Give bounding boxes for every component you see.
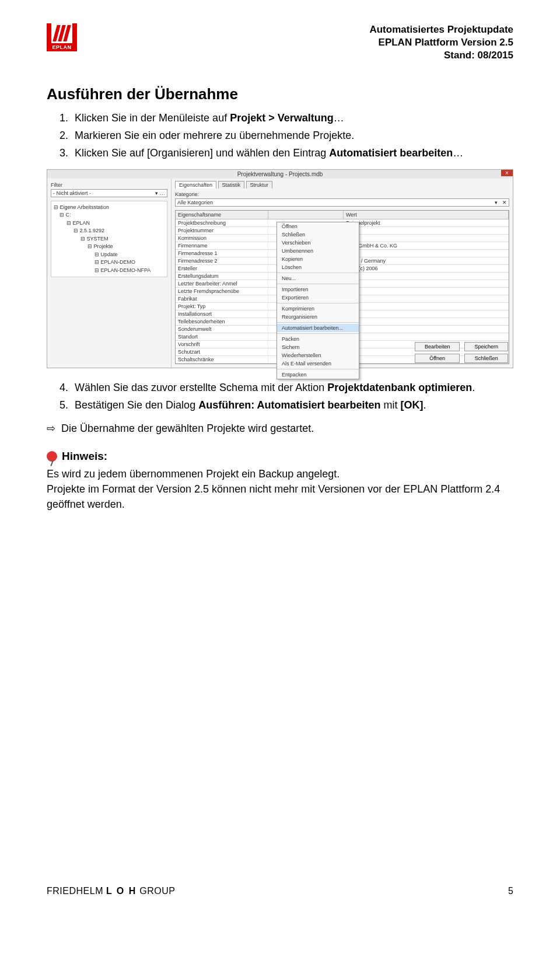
result-line: ⇨Die Übernahme der gewählten Projekte wi…	[47, 421, 513, 436]
menu-item[interactable]: Komprimieren	[277, 305, 359, 313]
menu-item[interactable]: Entpacken	[277, 371, 359, 379]
kategorie-dropdown[interactable]: Alle Kategorien▾ ✕	[175, 198, 509, 207]
section-title: Ausführen der Übernahme	[47, 85, 513, 103]
menu-item[interactable]: Wiederherstellen	[277, 351, 359, 359]
footer-brand: FRIEDHELM L O H GROUP	[47, 886, 175, 896]
menu-item[interactable]: Als E-Mail versenden	[277, 359, 359, 368]
tab-bar[interactable]: Eigenschaften Statistik Struktur	[175, 182, 509, 188]
menu-item[interactable]: Kopieren	[277, 255, 359, 263]
close-icon[interactable]: ×	[501, 170, 513, 176]
speichern-button[interactable]: Speichern	[464, 342, 508, 351]
menu-item[interactable]: Packen	[277, 335, 359, 343]
menu-item[interactable]: Umbenennen	[277, 247, 359, 255]
menu-item[interactable]: Automatisiert bearbeiten...	[277, 324, 359, 332]
tab-statistik[interactable]: Statistik	[218, 181, 245, 188]
oeffnen-button[interactable]: Öffnen	[415, 354, 460, 363]
dialog-title: Projektverwaltung - Projects.mdb ×	[47, 170, 513, 179]
project-tree[interactable]: ⊟ Eigene Arbeitsstation⊟ C:⊟ EPLAN⊟ 2.5.…	[51, 201, 167, 278]
steps-list-a: Klicken Sie in der Menüleiste auf Projek…	[47, 110, 513, 160]
tab-struktur[interactable]: Struktur	[246, 181, 273, 188]
tab-eigenschaften[interactable]: Eigenschaften	[175, 181, 216, 188]
menu-item[interactable]: Öffnen	[277, 222, 359, 231]
page-number: 5	[508, 886, 513, 896]
menu-item[interactable]: Sichern	[277, 343, 359, 351]
menu-item[interactable]: Neu...	[277, 274, 359, 282]
menu-item[interactable]: Schließen	[277, 231, 359, 239]
menu-item[interactable]: Reorganisieren	[277, 313, 359, 321]
menu-item[interactable]: Verschieben	[277, 239, 359, 247]
hint-body: Es wird zu jedem übernommenen Projekt ei…	[47, 466, 513, 512]
schliessen-button[interactable]: Schließen	[464, 354, 508, 363]
eplan-logo: EPLAN	[47, 23, 77, 51]
menu-item[interactable]: Importieren	[277, 285, 359, 294]
pin-icon	[47, 451, 57, 462]
filter-dropdown[interactable]: - Nicht aktiviert -▾ …	[51, 189, 167, 197]
steps-list-b: Wählen Sie das zuvor erstellte Schema mi…	[47, 380, 513, 413]
menu-item[interactable]: Löschen	[277, 263, 359, 271]
dialog-screenshot: Projektverwaltung - Projects.mdb × Filte…	[47, 169, 513, 368]
filter-label: Filter	[51, 182, 167, 188]
menu-item[interactable]: Exportieren	[277, 294, 359, 302]
context-menu[interactable]: ÖffnenSchließenVerschiebenUmbenennenKopi…	[276, 222, 359, 379]
doc-header: Automatisiertes Projektupdate EPLAN Plat…	[369, 23, 513, 62]
hint-label: Hinweis:	[62, 450, 107, 463]
kategorie-label: Kategorie:	[175, 191, 509, 197]
bearbeiten-button[interactable]: Bearbeiten	[415, 342, 460, 351]
